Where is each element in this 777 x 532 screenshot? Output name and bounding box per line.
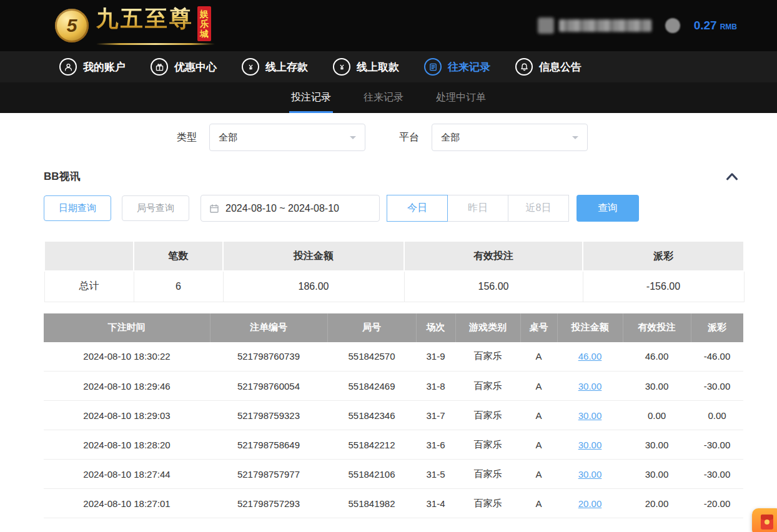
summary-header-count: 笔数 xyxy=(134,241,223,271)
collapse-chevron-up-icon[interactable] xyxy=(726,172,738,180)
cell-round: 551842212 xyxy=(327,430,416,460)
platform-select-value: 全部 xyxy=(441,132,460,144)
nav-item-records[interactable]: 往来记录 xyxy=(424,58,490,76)
today-button[interactable]: 今日 xyxy=(387,195,448,222)
username-redacted xyxy=(559,19,651,32)
cell-payout: -30.00 xyxy=(691,372,743,401)
summary-header-blank xyxy=(44,241,134,271)
balance-currency: RMB xyxy=(720,22,737,31)
cell-game: 百家乐 xyxy=(455,430,520,460)
bet-amount-link[interactable]: 20.00 xyxy=(578,498,602,509)
bet-amount-link[interactable]: 30.00 xyxy=(578,381,602,392)
brand-logo[interactable]: 5 九五至尊 娱乐城 xyxy=(55,6,215,45)
header-bet: 投注金额 xyxy=(557,313,623,342)
table-row: 2024-08-10 18:28:20 521798758649 5518422… xyxy=(44,430,743,460)
cell-round: 551841982 xyxy=(327,489,416,518)
platform-filter-label: 平台 xyxy=(399,131,419,144)
cell-session: 31-5 xyxy=(416,460,455,489)
user-area: 0.27 RMB xyxy=(538,17,737,34)
red-envelope-icon xyxy=(761,515,773,530)
query-controls: 日期查询 局号查询 2024-08-10 ~ 2024-08-10 今日 昨日 … xyxy=(0,195,777,222)
nav-item-announcements[interactable]: 信息公告 xyxy=(515,58,582,76)
table-header-row: 下注时间 注单编号 局号 场次 游戏类别 桌号 投注金额 有效投注 派彩 xyxy=(44,313,743,342)
cell-order: 521798759323 xyxy=(210,401,327,430)
nav-label: 优惠中心 xyxy=(174,60,217,74)
nav-label: 信息公告 xyxy=(539,60,582,74)
date-range-value: 2024-08-10 ~ 2024-08-10 xyxy=(225,203,339,214)
table-row: 2024-08-10 18:27:44 521798757977 5518421… xyxy=(44,460,743,489)
bet-amount-link[interactable]: 46.00 xyxy=(578,351,602,362)
nav-label: 线上取款 xyxy=(357,60,399,74)
tab-transaction-records[interactable]: 往来记录 xyxy=(362,82,405,113)
yesterday-button[interactable]: 昨日 xyxy=(447,195,508,222)
cell-table: A xyxy=(520,460,557,489)
type-filter-label: 类型 xyxy=(177,131,197,144)
cell-session: 31-9 xyxy=(416,342,455,372)
cell-order: 521798758649 xyxy=(210,430,327,460)
bet-amount-link[interactable]: 30.00 xyxy=(578,440,602,450)
search-button[interactable]: 查询 xyxy=(577,195,639,222)
balance-coin-icon[interactable] xyxy=(665,18,680,33)
summary-payout: -156.00 xyxy=(583,271,744,302)
cell-table: A xyxy=(520,401,557,430)
cell-valid: 30.00 xyxy=(623,430,691,460)
nav-item-my-account[interactable]: 我的账户 xyxy=(59,58,126,76)
cell-order: 521798757977 xyxy=(210,460,327,489)
bet-records-table: 下注时间 注单编号 局号 场次 游戏类别 桌号 投注金额 有效投注 派彩 202… xyxy=(44,313,743,519)
cell-time: 2024-08-10 18:30:22 xyxy=(44,342,210,372)
summary-count: 6 xyxy=(134,271,223,302)
bet-amount-link[interactable]: 30.00 xyxy=(578,469,602,480)
cell-payout: -30.00 xyxy=(691,460,743,489)
cell-payout: -30.00 xyxy=(691,430,743,460)
tab-processing-orders[interactable]: 处理中订单 xyxy=(434,82,488,113)
nav-label: 线上存款 xyxy=(265,60,308,74)
summary-header-valid: 有效投注 xyxy=(404,241,583,271)
bell-icon xyxy=(515,58,533,76)
cell-game: 百家乐 xyxy=(455,489,520,518)
coin-number: 5 xyxy=(67,15,77,36)
summary-total-label: 总计 xyxy=(44,271,134,302)
cell-table: A xyxy=(520,372,557,401)
summary-header-payout: 派彩 xyxy=(583,241,744,271)
summary-valid: 156.00 xyxy=(404,271,583,302)
summary-table: 笔数 投注金额 有效投注 派彩 总计 6 186.00 156.00 -156.… xyxy=(44,240,745,302)
type-select[interactable]: 全部 xyxy=(209,124,365,151)
platform-select[interactable]: 全部 xyxy=(432,124,588,151)
user-icon xyxy=(59,58,77,76)
cell-table: A xyxy=(520,430,557,460)
brand-name: 九五至尊 xyxy=(96,6,194,31)
avatar xyxy=(538,17,554,34)
date-query-button[interactable]: 日期查询 xyxy=(44,195,111,221)
bet-amount-link[interactable]: 30.00 xyxy=(578,410,602,421)
table-row: 2024-08-10 18:29:03 521798759323 5518423… xyxy=(44,401,743,430)
header-valid: 有效投注 xyxy=(623,313,691,342)
top-header: 5 九五至尊 娱乐城 0.27 RMB xyxy=(0,0,777,51)
date-range-input[interactable]: 2024-08-10 ~ 2024-08-10 xyxy=(200,195,380,222)
filter-row: 类型 全部 平台 全部 xyxy=(0,113,777,160)
cell-round: 551842570 xyxy=(327,342,416,372)
nav-item-deposit[interactable]: 线上存款 xyxy=(242,58,308,76)
nav-item-promotions[interactable]: 优惠中心 xyxy=(151,58,217,76)
cell-time: 2024-08-10 18:27:44 xyxy=(44,460,210,489)
header-time: 下注时间 xyxy=(44,313,210,342)
round-query-button[interactable]: 局号查询 xyxy=(122,195,189,221)
table-row: 2024-08-10 18:29:46 521798760054 5518424… xyxy=(44,372,743,401)
calendar-icon xyxy=(209,204,219,214)
censored-username[interactable] xyxy=(538,17,651,34)
section-title-bb-video: BB视讯 xyxy=(44,169,81,184)
nav-label: 我的账户 xyxy=(83,60,126,74)
cell-session: 31-8 xyxy=(416,372,455,401)
cell-time: 2024-08-10 18:28:20 xyxy=(44,430,210,460)
coin-icon: 5 xyxy=(55,9,89,42)
table-row: 2024-08-10 18:30:22 521798760739 5518425… xyxy=(44,342,743,372)
nav-item-withdrawal[interactable]: 线上取款 xyxy=(333,58,399,76)
gift-icon xyxy=(151,58,168,76)
cell-game: 百家乐 xyxy=(455,342,520,372)
header-payout: 派彩 xyxy=(691,313,743,342)
last8days-button[interactable]: 近8日 xyxy=(508,195,569,222)
promo-float-widget[interactable] xyxy=(752,508,777,532)
tab-bet-records[interactable]: 投注记录 xyxy=(289,82,333,113)
record-tabs: 投注记录 往来记录 处理中订单 xyxy=(0,82,777,113)
cell-round: 551842346 xyxy=(327,401,416,430)
records-icon xyxy=(424,58,442,76)
